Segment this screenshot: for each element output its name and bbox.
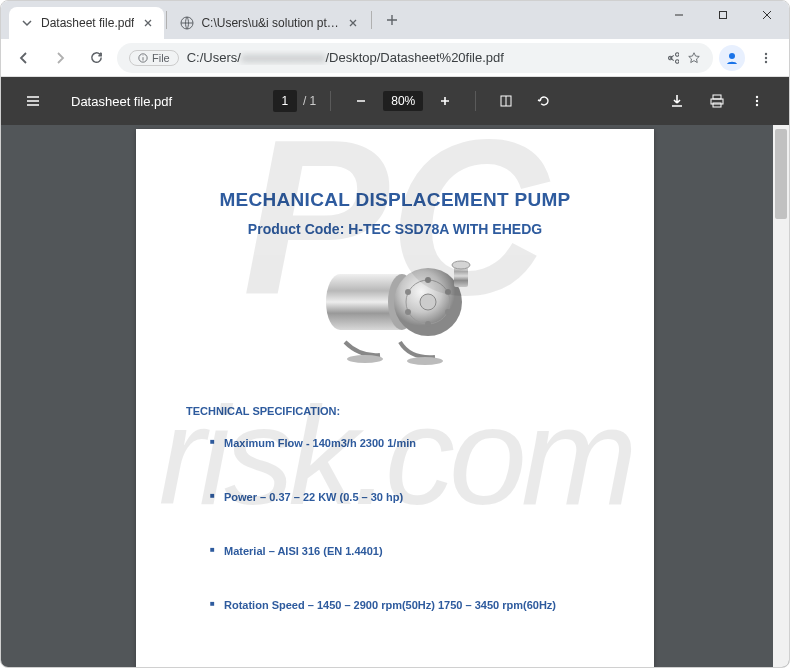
section-heading: TECHNICAL SPECIFICATION: xyxy=(186,405,604,417)
svg-point-13 xyxy=(756,104,758,106)
back-button[interactable] xyxy=(9,43,39,73)
url-text: C:/Users/xxxxxxxxxxxxx/Desktop/Datasheet… xyxy=(187,50,657,65)
list-item: Power – 0.37 – 22 KW (0.5 – 30 hp) xyxy=(210,491,604,503)
svg-rect-1 xyxy=(720,12,727,19)
divider xyxy=(166,11,167,29)
list-item: Material – AISI 316 (EN 1.4401) xyxy=(210,545,604,557)
zoom-level: 80% xyxy=(383,91,423,111)
page-number-input[interactable] xyxy=(273,90,297,112)
product-image xyxy=(310,247,480,377)
pdf-viewport[interactable]: MECHANICAL DISPLACEMENT PUMP Product Cod… xyxy=(1,125,789,667)
document-subtitle: Product Code: H-TEC SSD78A WITH EHEDG xyxy=(186,221,604,237)
list-item: Maximum Flow - 140m3/h 2300 1/min xyxy=(210,437,604,449)
forward-button[interactable] xyxy=(45,43,75,73)
star-icon[interactable] xyxy=(687,51,701,65)
page-total: / 1 xyxy=(303,94,316,108)
rotate-icon[interactable] xyxy=(528,85,560,117)
zoom-in-button[interactable] xyxy=(429,85,461,117)
pdf-filename: Datasheet file.pdf xyxy=(71,94,172,109)
zoom-out-button[interactable] xyxy=(345,85,377,117)
svg-point-19 xyxy=(420,294,436,310)
spec-list: Maximum Flow - 140m3/h 2300 1/min Power … xyxy=(186,437,604,611)
document-title: MECHANICAL DISPLACEMENT PUMP xyxy=(186,189,604,211)
pdf-page: MECHANICAL DISPLACEMENT PUMP Product Cod… xyxy=(136,129,654,667)
download-icon[interactable] xyxy=(661,85,693,117)
svg-point-25 xyxy=(405,289,411,295)
scroll-thumb[interactable] xyxy=(775,129,787,219)
close-icon[interactable] xyxy=(140,15,156,31)
svg-point-5 xyxy=(765,56,767,58)
browser-window: Datasheet file.pdf C:\Users\u&i solution… xyxy=(0,0,790,668)
svg-point-23 xyxy=(425,321,431,327)
omnibox[interactable]: File C:/Users/xxxxxxxxxxxxx/Desktop/Data… xyxy=(117,43,713,73)
titlebar: Datasheet file.pdf C:\Users\u&i solution… xyxy=(1,1,789,39)
new-tab-button[interactable] xyxy=(378,6,406,34)
file-label: File xyxy=(152,52,170,64)
tab-title: Datasheet file.pdf xyxy=(41,16,134,30)
profile-avatar[interactable] xyxy=(719,45,745,71)
divider xyxy=(330,91,331,111)
divider xyxy=(371,11,372,29)
globe-icon xyxy=(179,15,195,31)
svg-point-21 xyxy=(445,289,451,295)
svg-point-28 xyxy=(347,355,383,363)
tab-title: C:\Users\u&i solution pty\Desk… xyxy=(201,16,339,30)
share-icon[interactable] xyxy=(665,51,679,65)
tab-secondary[interactable]: C:\Users\u&i solution pty\Desk… xyxy=(169,7,369,39)
tab-strip: Datasheet file.pdf C:\Users\u&i solution… xyxy=(1,1,657,39)
svg-point-11 xyxy=(756,96,758,98)
svg-rect-8 xyxy=(713,95,721,99)
pdf-actions xyxy=(661,85,773,117)
svg-point-24 xyxy=(405,309,411,315)
svg-point-29 xyxy=(407,357,443,365)
pdf-page-controls: / 1 80% xyxy=(273,85,560,117)
svg-point-12 xyxy=(756,100,758,102)
svg-point-4 xyxy=(765,52,767,54)
fit-page-icon[interactable] xyxy=(490,85,522,117)
svg-point-22 xyxy=(445,309,451,315)
reload-button[interactable] xyxy=(81,43,111,73)
svg-point-20 xyxy=(425,277,431,283)
address-bar: File C:/Users/xxxxxxxxxxxxx/Desktop/Data… xyxy=(1,39,789,77)
svg-point-27 xyxy=(452,261,470,269)
close-window-button[interactable] xyxy=(745,1,789,29)
vertical-scrollbar[interactable] xyxy=(773,125,789,667)
divider xyxy=(475,91,476,111)
tab-datasheet[interactable]: Datasheet file.pdf xyxy=(9,7,164,39)
kebab-menu-icon[interactable] xyxy=(751,43,781,73)
close-icon[interactable] xyxy=(345,15,361,31)
list-item: Rotation Speed – 1450 – 2900 rpm(50Hz) 1… xyxy=(210,599,604,611)
minimize-button[interactable] xyxy=(657,1,701,29)
pdf-toolbar: Datasheet file.pdf / 1 80% xyxy=(1,77,789,125)
info-icon xyxy=(138,53,148,63)
maximize-button[interactable] xyxy=(701,1,745,29)
svg-point-3 xyxy=(729,53,735,59)
window-controls xyxy=(657,1,789,39)
chevron-down-icon xyxy=(19,15,35,31)
svg-point-6 xyxy=(765,60,767,62)
print-icon[interactable] xyxy=(701,85,733,117)
file-origin-pill: File xyxy=(129,50,179,66)
hamburger-icon[interactable] xyxy=(17,85,49,117)
kebab-menu-icon[interactable] xyxy=(741,85,773,117)
